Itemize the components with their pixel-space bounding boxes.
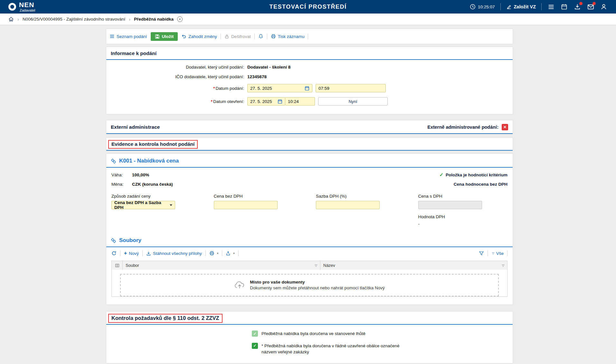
criterion-note: ✓ Položka je hodnotící kritérium — [439, 172, 507, 178]
calendar-picker-icon[interactable] — [278, 99, 282, 104]
clock-icon — [470, 4, 476, 10]
k001-title: K001 - Nabídková cena — [119, 158, 179, 164]
submission-date-value: 27. 5. 2025 — [250, 86, 272, 91]
files-toolbar: + Nový Stáhnout všechny přílohy ▾ ▾ — [106, 247, 513, 259]
external-admin-section: Externí administrace Externě administrov… — [106, 120, 513, 134]
column-header-name[interactable]: Název ▽ — [320, 261, 507, 270]
supplier-label: Dodavatel, který učinil podání: — [106, 65, 247, 70]
price-method-select[interactable]: Cena bez DPH a Sazba DPH — [111, 201, 175, 209]
price-excl-vat-label: Cena bez DPH — [214, 194, 303, 199]
external-admin-title: Externí administrace — [111, 124, 160, 130]
dropzone-subtitle: Dokumenty sem můžete přetáhnout nebo nah… — [250, 285, 385, 291]
downloads-badge — [579, 2, 583, 5]
requirements-check-header: Kontrola požadavků dle § 110 odst. 2 ZZV… — [106, 312, 513, 325]
files-table: Soubor ▽ Název ▽ Místo pro vaše dokument… — [111, 261, 507, 297]
top-bar: NEN Zadavatel TESTOVACÍ PROSTŘEDÍ 10:25:… — [0, 0, 616, 14]
chevron-down-icon — [170, 204, 172, 206]
submission-date-row: *Datum podání: 27. 5. 2025 07:59 — [106, 84, 513, 92]
submission-date-label: *Datum podání: — [106, 86, 247, 91]
currency-label: Měna: — [111, 182, 132, 187]
main-content: Seznam podání Uložit Zahodit změny Dešif… — [106, 25, 513, 364]
files-icon — [111, 238, 116, 243]
toolbar-divider — [507, 250, 507, 256]
new-file-button[interactable]: + Nový — [124, 250, 139, 256]
discard-changes-label: Zahodit změny — [188, 34, 217, 39]
breadcrumb: › N006/25/V00004995 - Zajištění závodníh… — [0, 14, 616, 25]
toolbar-divider — [222, 250, 222, 256]
topbar-divider — [500, 3, 501, 10]
close-tab-icon[interactable]: ✕ — [177, 16, 183, 22]
ico-label: IČO dodavatele, který učinil podání: — [106, 74, 247, 79]
export-button[interactable]: ▾ — [226, 251, 235, 256]
decrypt-label: Dešifrovat — [231, 34, 251, 39]
dropzone-title: Místo pro vaše dokumenty — [250, 279, 385, 285]
filter-icon[interactable] — [479, 251, 484, 256]
external-admin-checkbox-crossed[interactable]: ✕ — [502, 124, 508, 130]
vat-amount-label: Hodnota DPH — [418, 214, 508, 219]
menu-button[interactable] — [547, 3, 555, 11]
current-time: 10:25:07 — [478, 5, 495, 9]
opening-date-value: 27. 5. 2025 — [250, 99, 272, 104]
opening-date-input[interactable]: 27. 5. 2025 — [247, 97, 285, 106]
breadcrumb-item-contract[interactable]: N006/25/V00004995 - Zajištění závodního … — [23, 17, 125, 22]
messages-button[interactable] — [587, 3, 594, 11]
vat-amount-field: Hodnota DPH - — [418, 214, 508, 226]
create-vz-button[interactable]: Založit VZ — [506, 4, 536, 10]
download-all-label: Stáhnout všechny přílohy — [153, 251, 202, 256]
currency-value: CZK (koruna česká) — [132, 182, 173, 187]
toolbar-divider — [308, 33, 308, 39]
envelope-check-label: * Předběžná nabídka byla doručena v řádn… — [261, 343, 403, 355]
vat-rate-input[interactable] — [316, 201, 380, 209]
supplier-value: Dodavatel - školení 8 — [247, 65, 290, 70]
messages-badge — [592, 2, 596, 5]
topbar-divider — [541, 3, 542, 10]
submission-time-input[interactable]: 07:59 — [316, 84, 386, 92]
print-files-button[interactable]: ▾ — [209, 251, 219, 256]
file-dropzone[interactable]: Místo pro vaše dokumenty Dokumenty sem m… — [120, 274, 499, 296]
files-header: Soubory — [106, 233, 513, 247]
required-asterisk: * — [213, 86, 215, 91]
nen-home-link[interactable]: NEN Zadavatel — [8, 1, 35, 12]
home-icon[interactable] — [8, 16, 14, 22]
calendar-button[interactable] — [560, 3, 568, 11]
decrypt-button: Dešifrovat — [224, 34, 251, 39]
column-settings-icon[interactable] — [112, 261, 123, 270]
supplier-row: Dodavatel, který učinil podání: Dodavate… — [106, 65, 513, 70]
envelope-checkbox-checked[interactable]: ✓ — [252, 343, 258, 349]
price-method-value: Cena bez DPH a Sazba DPH — [114, 200, 167, 210]
user-button[interactable] — [600, 3, 608, 11]
check-row-deadline: ✓ Předběžná nabídka byla doručena ve sta… — [252, 331, 419, 337]
calendar-picker-icon[interactable] — [305, 86, 309, 91]
now-button[interactable]: Nyní — [318, 97, 388, 106]
toolbar-divider — [238, 250, 239, 256]
downloads-button[interactable] — [573, 3, 581, 11]
discard-changes-button[interactable]: Zahodit změny — [181, 34, 217, 39]
sort-icon[interactable]: ▽ — [502, 264, 504, 267]
notifications-bell-icon[interactable] — [258, 34, 263, 39]
view-all-filter-button[interactable]: ▽ Vše — [491, 251, 504, 256]
sort-icon[interactable]: ▽ — [315, 264, 317, 267]
submission-date-input[interactable]: 27. 5. 2025 — [247, 84, 312, 92]
price-excl-vat-field: Cena bez DPH — [214, 194, 303, 226]
refresh-icon[interactable] — [111, 251, 117, 256]
submission-list-button[interactable]: Seznam podání — [109, 34, 147, 39]
toolbar-divider — [221, 33, 221, 39]
vat-amount-value: - — [418, 221, 508, 226]
section-title: Informace k podání — [106, 47, 513, 60]
download-all-attachments-button[interactable]: Stáhnout všechny přílohy — [146, 251, 202, 256]
opening-date-row: *Datum otevření: 27. 5. 2025 10:24 Nyní — [106, 97, 513, 106]
save-button[interactable]: Uložit — [151, 32, 178, 41]
opening-time-input[interactable]: 10:24 — [285, 97, 315, 106]
submission-time-value: 07:59 — [318, 86, 329, 91]
print-record-label: Tisk záznamu — [278, 34, 305, 39]
print-record-button[interactable]: Tisk záznamu — [271, 34, 305, 39]
column-header-file[interactable]: Soubor ▽ — [123, 261, 320, 270]
check-row-envelope: ✓ * Předběžná nabídka byla doručena v řá… — [252, 343, 419, 355]
deadline-checkbox-checked[interactable]: ✓ — [252, 331, 258, 337]
price-excl-vat-input[interactable] — [214, 201, 278, 209]
price-incl-vat-input-disabled — [418, 201, 482, 209]
price-incl-vat-label: Cena s DPH — [418, 194, 508, 199]
view-all-label: Vše — [496, 251, 504, 256]
criterion-note-label: Položka je hodnotící kritérium — [446, 173, 507, 177]
new-file-label: Nový — [129, 251, 139, 256]
